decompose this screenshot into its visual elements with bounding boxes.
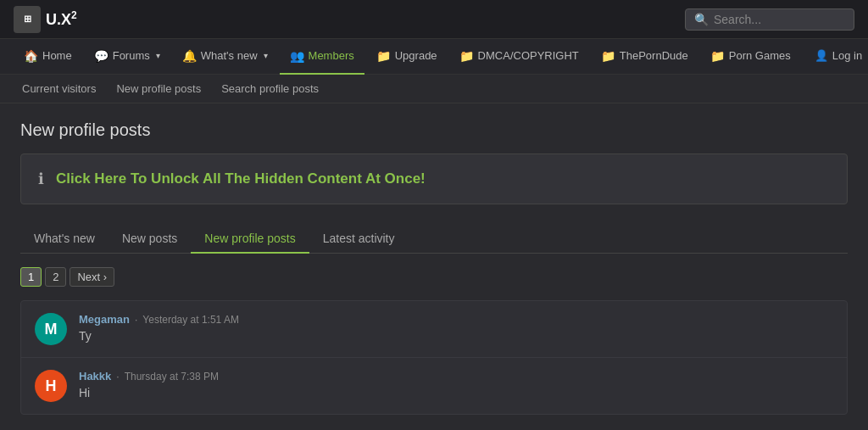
pornDude-icon: 📁 [601, 49, 615, 63]
nav-item-login[interactable]: 👤 Log in [804, 39, 868, 75]
post-time: · [116, 371, 119, 383]
nav-label-dmca: DMCA/COPYRIGHT [478, 49, 579, 62]
nav-label-forums: Forums [113, 49, 150, 62]
promo-info-icon: ℹ [38, 170, 44, 188]
nav-item-members[interactable]: 👥 Members [280, 39, 364, 75]
tab-new-profile-posts[interactable]: New profile posts [191, 225, 309, 254]
next-label: Next › [77, 271, 107, 283]
pagination: 1 2 Next › [20, 267, 848, 287]
page-btn-next[interactable]: Next › [70, 267, 114, 287]
nav-label-login: Log in [832, 49, 862, 62]
upgrade-icon: 📁 [376, 49, 391, 63]
avatar: M [35, 313, 67, 345]
nav-item-dmca[interactable]: 📁 DMCA/COPYRIGHT [449, 39, 589, 75]
post-author[interactable]: Megaman [79, 313, 130, 326]
nav-label-home: Home [42, 49, 72, 62]
avatar-letter: M [45, 321, 58, 338]
nav-label-pornGames: Porn Games [729, 49, 791, 62]
avatar-letter: H [46, 377, 57, 395]
forums-arrow-icon: ▾ [156, 51, 160, 60]
tab-label-latest-activity: Latest activity [323, 232, 395, 245]
nav-label-upgrade: Upgrade [395, 49, 437, 62]
subnav-label-new-profile-posts: New profile posts [116, 82, 201, 95]
nav-item-whats-new[interactable]: 🔔 What's new ▾ [172, 39, 278, 75]
dmca-icon: 📁 [459, 49, 474, 63]
nav-item-pornDude[interactable]: 📁 ThePornDude [591, 39, 698, 75]
post-content: Hakkk · Thursday at 7:38 PM Hi [79, 370, 833, 399]
navbar: 🏠 Home 💬 Forums ▾ 🔔 What's new ▾ 👥 Membe… [0, 39, 868, 75]
subnav-label-search-profile-posts: Search profile posts [221, 82, 319, 95]
subnav-item-search-profile-posts[interactable]: Search profile posts [213, 75, 327, 103]
post-timestamp: Yesterday at 1:51 AM [142, 314, 239, 326]
post-timestamp: Thursday at 7:38 PM [125, 371, 219, 383]
nav-item-home[interactable]: 🏠 Home [14, 39, 82, 75]
search-bar: 🔍 [685, 8, 854, 31]
forums-icon: 💬 [94, 49, 108, 63]
whats-new-icon: 🔔 [182, 49, 197, 63]
tab-latest-activity[interactable]: Latest activity [309, 225, 409, 254]
post-time: · [135, 314, 137, 326]
members-icon: 👥 [290, 49, 304, 63]
tab-label-whats-new: What's new [34, 232, 95, 245]
list-item: M Megaman · Yesterday at 1:51 AM Ty [21, 301, 847, 358]
home-icon: 🏠 [24, 49, 38, 63]
search-icon: 🔍 [694, 13, 709, 26]
search-input[interactable] [714, 13, 845, 26]
login-icon: 👤 [815, 49, 828, 62]
post-meta: Hakkk · Thursday at 7:38 PM [79, 370, 833, 383]
logo[interactable]: ⊞ U.X2 [14, 6, 77, 33]
page-1-label: 1 [28, 271, 34, 283]
avatar: H [35, 370, 67, 402]
post-meta: Megaman · Yesterday at 1:51 AM [79, 313, 833, 326]
pornGames-icon: 📁 [710, 49, 725, 63]
post-content: Megaman · Yesterday at 1:51 AM Ty [79, 313, 833, 343]
tab-whats-new[interactable]: What's new [20, 225, 108, 254]
topbar: ⊞ U.X2 🔍 [0, 0, 868, 39]
page-title: New profile posts [20, 120, 848, 140]
whats-new-arrow-icon: ▾ [264, 51, 268, 60]
tab-label-new-posts: New posts [122, 232, 177, 245]
nav-label-whats-new: What's new [201, 49, 258, 62]
list-item: H Hakkk · Thursday at 7:38 PM Hi [21, 358, 847, 414]
page-btn-2[interactable]: 2 [45, 267, 66, 287]
nav-item-pornGames[interactable]: 📁 Porn Games [700, 39, 801, 75]
post-list: M Megaman · Yesterday at 1:51 AM Ty H Ha… [20, 300, 848, 415]
promo-text[interactable]: Click Here To Unlock All The Hidden Cont… [56, 170, 426, 187]
nav-label-members: Members [309, 49, 354, 62]
tab-new-posts[interactable]: New posts [108, 225, 191, 254]
logo-icon: ⊞ [14, 6, 41, 33]
nav-item-upgrade[interactable]: 📁 Upgrade [366, 39, 448, 75]
tab-label-new-profile-posts: New profile posts [204, 232, 295, 245]
post-text: Ty [79, 329, 833, 343]
promo-banner[interactable]: ℹ Click Here To Unlock All The Hidden Co… [20, 154, 848, 204]
post-text: Hi [79, 386, 833, 399]
subnav-item-current-visitors[interactable]: Current visitors [14, 75, 104, 103]
main-content: New profile posts ℹ Click Here To Unlock… [0, 103, 868, 430]
page-2-label: 2 [53, 271, 58, 283]
nav-item-forums[interactable]: 💬 Forums ▾ [84, 39, 170, 75]
subnav-label-current-visitors: Current visitors [22, 82, 96, 95]
logo-text: U.X2 [46, 9, 77, 29]
subnav-item-new-profile-posts[interactable]: New profile posts [108, 75, 209, 103]
page-btn-1[interactable]: 1 [20, 267, 42, 287]
subnav: Current visitors New profile posts Searc… [0, 75, 868, 103]
post-author[interactable]: Hakkk [79, 370, 111, 383]
tabs-bar: What's new New posts New profile posts L… [20, 225, 848, 254]
nav-label-pornDude: ThePornDude [620, 49, 688, 62]
